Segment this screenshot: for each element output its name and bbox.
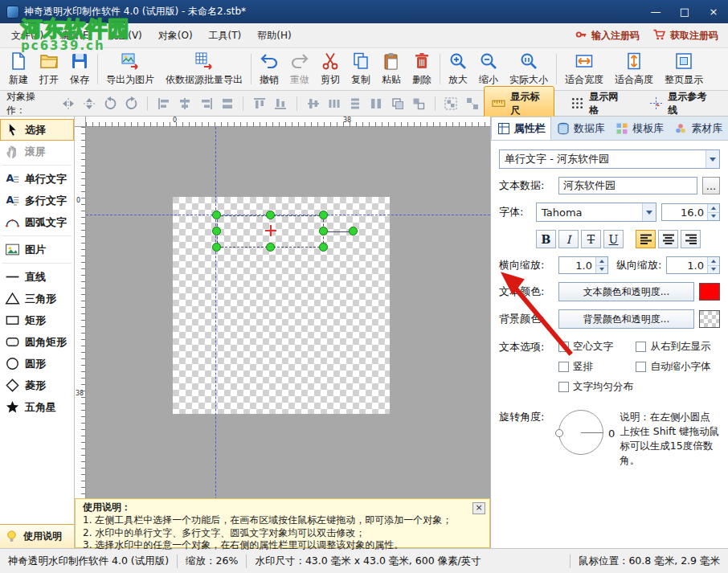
tool-select[interactable]: 选择: [0, 119, 74, 141]
selection-rotation-handle[interactable]: [349, 227, 358, 235]
align-center-horizontal-icon[interactable]: [176, 94, 194, 113]
undo-button[interactable]: 撤销: [254, 50, 284, 88]
close-button[interactable]: ×: [699, 0, 728, 23]
tool-circle[interactable]: 圆形: [0, 353, 74, 374]
menu-view[interactable]: 视图(V): [100, 24, 150, 47]
fit-width-button[interactable]: 适合宽度: [559, 50, 609, 88]
strikethrough-button[interactable]: T: [581, 230, 601, 248]
tool-line[interactable]: 直线: [0, 266, 74, 288]
align-bottom-icon[interactable]: [272, 94, 290, 113]
align-top-icon[interactable]: [250, 94, 268, 113]
checkbox-vertical-text[interactable]: 竖排: [558, 360, 634, 374]
flip-vertical-icon[interactable]: [80, 94, 98, 113]
fit-height-button[interactable]: 适合高度: [609, 50, 659, 88]
group-icon[interactable]: [442, 94, 460, 113]
menu-file[interactable]: 文件(F): [3, 24, 51, 47]
distribute-horizontal-icon[interactable]: [325, 94, 343, 113]
distribute-vertical-icon[interactable]: [346, 94, 364, 113]
object-selector-dropdown[interactable]: 单行文字 - 河东软件园: [499, 149, 720, 169]
help-box-close-icon[interactable]: ×: [472, 502, 485, 514]
spin-down-icon[interactable]: [708, 265, 719, 274]
tool-pan[interactable]: 滚屏: [0, 141, 74, 162]
batch-export-button[interactable]: 依数据源批量导出: [160, 50, 248, 88]
align-center-button[interactable]: [658, 230, 678, 248]
tool-arc-text[interactable]: 圆弧文字: [0, 211, 74, 233]
menu-object[interactable]: 对象(O): [150, 24, 201, 47]
checkbox-auto-shrink-font[interactable]: 自动缩小字体: [636, 360, 722, 374]
spin-down-icon[interactable]: [596, 265, 607, 274]
menu-help[interactable]: 帮助(H): [249, 24, 299, 47]
align-right-icon[interactable]: [197, 94, 215, 113]
tab-database[interactable]: 数据库: [551, 117, 610, 140]
tab-materials[interactable]: 素材库: [669, 117, 728, 140]
spin-up-icon[interactable]: [708, 257, 719, 265]
tool-triangle[interactable]: 三角形: [0, 288, 74, 309]
rotate-right-icon[interactable]: [122, 94, 141, 113]
spin-down-icon[interactable]: [708, 212, 719, 221]
vertical-scale-spinner[interactable]: 1.0: [666, 256, 720, 274]
align-left-button[interactable]: [636, 230, 656, 248]
checkbox-right-to-left[interactable]: 从右到左显示: [636, 340, 722, 354]
delete-button[interactable]: 删除: [407, 50, 437, 88]
show-guides-button[interactable]: 显示参考线: [641, 86, 722, 121]
checkbox-hollow-text[interactable]: 空心文字: [558, 340, 634, 354]
tab-properties[interactable]: 属性栏: [491, 117, 551, 140]
make-same-height-icon[interactable]: [367, 94, 386, 113]
bold-button[interactable]: B: [536, 230, 556, 248]
maximize-button[interactable]: □: [670, 0, 699, 23]
selection-handle-middle-left[interactable]: [212, 227, 221, 235]
save-button[interactable]: 保存: [64, 50, 95, 88]
new-button[interactable]: 新建: [3, 50, 34, 88]
font-family-dropdown[interactable]: Tahoma: [536, 203, 656, 222]
selection-handle-bottom-left[interactable]: [212, 243, 221, 252]
align-left-icon[interactable]: [154, 94, 173, 113]
menu-tools[interactable]: 工具(T): [201, 24, 250, 47]
show-ruler-button[interactable]: 显示标尺: [484, 86, 554, 121]
redo-button[interactable]: 重做: [284, 50, 315, 88]
selection-handle-bottom-right[interactable]: [319, 243, 328, 252]
fit-page-button[interactable]: 整页显示: [659, 50, 709, 88]
zoom-in-button[interactable]: 放大: [443, 50, 473, 88]
cut-button[interactable]: 剪切: [315, 50, 346, 88]
underline-button[interactable]: U: [603, 230, 624, 248]
show-grid-button[interactable]: 显示网格: [562, 86, 633, 121]
rotate-left-icon[interactable]: [101, 94, 120, 113]
spin-up-icon[interactable]: [708, 204, 719, 212]
make-same-size-icon[interactable]: [388, 94, 407, 113]
get-registration-code-button[interactable]: 获取注册码: [652, 28, 718, 43]
usage-help-button[interactable]: 使用说明: [0, 524, 74, 548]
arrange-icon[interactable]: [409, 94, 427, 113]
rotation-dial[interactable]: [558, 410, 603, 455]
selection-handle-top-right[interactable]: [319, 211, 328, 219]
open-button[interactable]: 打开: [34, 50, 64, 88]
tool-rectangle[interactable]: 矩形: [0, 309, 74, 331]
canvas-viewport[interactable]: [86, 127, 490, 548]
menu-edit[interactable]: 编辑(E): [51, 24, 100, 47]
selection-handle-bottom-center[interactable]: [266, 243, 275, 252]
tool-diamond[interactable]: 菱形: [0, 374, 74, 396]
paste-button[interactable]: 粘贴: [376, 50, 407, 88]
minimize-button[interactable]: —: [641, 0, 670, 23]
zoom-out-button[interactable]: 缩小: [473, 50, 504, 88]
italic-button[interactable]: I: [558, 230, 579, 248]
background-color-swatch[interactable]: [699, 310, 720, 328]
tool-image[interactable]: 图片: [0, 239, 74, 260]
tool-single-line-text[interactable]: A 单行文字: [0, 168, 74, 190]
align-middle-icon[interactable]: [304, 94, 322, 113]
tool-star[interactable]: 五角星: [0, 396, 74, 418]
tab-templates[interactable]: 模板库: [611, 117, 669, 140]
make-same-width-icon[interactable]: [218, 94, 236, 113]
rotation-dial-dot[interactable]: [555, 429, 563, 437]
text-data-input[interactable]: 河东软件园: [558, 177, 697, 194]
vertical-guide-line[interactable]: [215, 127, 216, 548]
checkbox-justify-text[interactable]: 文字均匀分布: [558, 380, 634, 394]
spin-up-icon[interactable]: [596, 257, 607, 265]
text-color-swatch[interactable]: [699, 283, 720, 301]
text-data-browse-button[interactable]: ...: [702, 177, 720, 194]
ungroup-icon[interactable]: [463, 94, 481, 113]
font-size-spinner[interactable]: 16.0: [661, 203, 720, 221]
actual-size-button[interactable]: 实际大小: [504, 50, 554, 88]
selection-handle-top-center[interactable]: [266, 211, 275, 219]
align-right-button[interactable]: [681, 230, 701, 248]
text-color-button[interactable]: 文本颜色和透明度...: [558, 282, 694, 301]
